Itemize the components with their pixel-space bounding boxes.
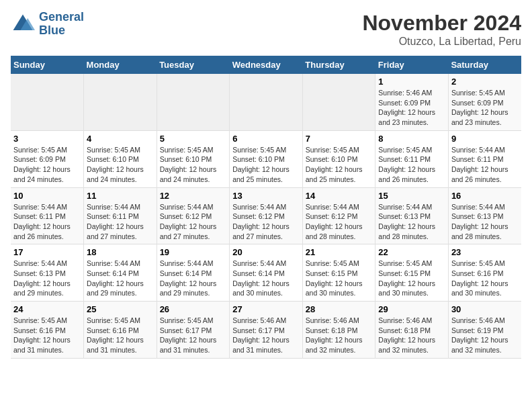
day-number: 13 — [232, 191, 300, 201]
calendar-cell — [302, 74, 375, 130]
day-info: Sunrise: 5:45 AM Sunset: 6:16 PM Dayligh… — [87, 316, 154, 355]
day-number: 7 — [306, 134, 373, 144]
weekday-header-friday: Friday — [375, 56, 449, 74]
weekday-header-monday: Monday — [84, 56, 157, 74]
day-info: Sunrise: 5:45 AM Sunset: 6:16 PM Dayligh… — [451, 259, 519, 298]
calendar-cell: 12Sunrise: 5:44 AM Sunset: 6:12 PM Dayli… — [157, 187, 230, 244]
day-info: Sunrise: 5:45 AM Sunset: 6:10 PM Dayligh… — [232, 145, 300, 185]
logo: General Blue — [11, 11, 84, 38]
day-info: Sunrise: 5:45 AM Sunset: 6:16 PM Dayligh… — [13, 316, 81, 355]
weekday-header-thursday: Thursday — [302, 56, 375, 74]
calendar-cell: 9Sunrise: 5:44 AM Sunset: 6:11 PM Daylig… — [448, 130, 521, 187]
calendar-cell: 14Sunrise: 5:44 AM Sunset: 6:12 PM Dayli… — [302, 187, 375, 244]
day-number: 25 — [87, 304, 154, 314]
calendar-cell: 2Sunrise: 5:45 AM Sunset: 6:09 PM Daylig… — [448, 74, 521, 130]
logo-text: General Blue — [39, 11, 84, 38]
calendar-cell: 23Sunrise: 5:45 AM Sunset: 6:16 PM Dayli… — [448, 244, 521, 302]
day-number: 21 — [306, 247, 373, 257]
calendar-cell: 13Sunrise: 5:44 AM Sunset: 6:12 PM Dayli… — [230, 187, 303, 244]
page-header: General Blue November 2024 Otuzco, La Li… — [11, 11, 521, 48]
calendar-week-row: 1Sunrise: 5:46 AM Sunset: 6:09 PM Daylig… — [11, 74, 521, 130]
day-number: 2 — [451, 77, 519, 87]
calendar-cell: 1Sunrise: 5:46 AM Sunset: 6:09 PM Daylig… — [375, 74, 449, 130]
day-number: 9 — [451, 134, 519, 144]
calendar-cell: 7Sunrise: 5:45 AM Sunset: 6:10 PM Daylig… — [302, 130, 375, 187]
day-info: Sunrise: 5:44 AM Sunset: 6:13 PM Dayligh… — [378, 202, 445, 242]
day-info: Sunrise: 5:46 AM Sunset: 6:09 PM Dayligh… — [378, 88, 445, 128]
day-number: 29 — [378, 304, 445, 314]
day-number: 5 — [160, 134, 227, 144]
day-number: 14 — [306, 191, 373, 201]
calendar-cell: 18Sunrise: 5:44 AM Sunset: 6:14 PM Dayli… — [84, 244, 157, 302]
calendar-subtitle: Otuzco, La Libertad, Peru — [362, 36, 521, 48]
day-info: Sunrise: 5:44 AM Sunset: 6:13 PM Dayligh… — [13, 259, 81, 298]
day-number: 1 — [378, 77, 445, 87]
calendar-cell: 27Sunrise: 5:46 AM Sunset: 6:17 PM Dayli… — [230, 302, 303, 359]
calendar-cell: 19Sunrise: 5:44 AM Sunset: 6:14 PM Dayli… — [157, 244, 230, 302]
day-info: Sunrise: 5:44 AM Sunset: 6:11 PM Dayligh… — [451, 145, 519, 185]
day-info: Sunrise: 5:45 AM Sunset: 6:09 PM Dayligh… — [13, 145, 81, 185]
day-number: 18 — [87, 247, 154, 257]
day-info: Sunrise: 5:46 AM Sunset: 6:18 PM Dayligh… — [306, 316, 373, 355]
day-number: 19 — [160, 247, 227, 257]
day-info: Sunrise: 5:45 AM Sunset: 6:11 PM Dayligh… — [378, 145, 445, 185]
calendar-week-row: 17Sunrise: 5:44 AM Sunset: 6:13 PM Dayli… — [11, 244, 521, 302]
calendar-cell: 8Sunrise: 5:45 AM Sunset: 6:11 PM Daylig… — [375, 130, 449, 187]
calendar-cell: 24Sunrise: 5:45 AM Sunset: 6:16 PM Dayli… — [11, 302, 84, 359]
calendar-cell: 11Sunrise: 5:44 AM Sunset: 6:11 PM Dayli… — [84, 187, 157, 244]
weekday-header-row: SundayMondayTuesdayWednesdayThursdayFrid… — [11, 56, 521, 74]
weekday-header-wednesday: Wednesday — [230, 56, 303, 74]
day-number: 16 — [451, 191, 519, 201]
day-info: Sunrise: 5:44 AM Sunset: 6:11 PM Dayligh… — [87, 202, 154, 242]
calendar-cell: 4Sunrise: 5:45 AM Sunset: 6:10 PM Daylig… — [84, 130, 157, 187]
weekday-header-tuesday: Tuesday — [157, 56, 230, 74]
calendar-title: November 2024 — [362, 11, 521, 36]
calendar-cell: 6Sunrise: 5:45 AM Sunset: 6:10 PM Daylig… — [230, 130, 303, 187]
day-info: Sunrise: 5:44 AM Sunset: 6:12 PM Dayligh… — [306, 202, 373, 242]
logo-icon — [11, 12, 35, 36]
day-info: Sunrise: 5:44 AM Sunset: 6:12 PM Dayligh… — [232, 202, 300, 242]
day-number: 8 — [378, 134, 445, 144]
day-info: Sunrise: 5:46 AM Sunset: 6:17 PM Dayligh… — [232, 316, 300, 355]
day-info: Sunrise: 5:45 AM Sunset: 6:10 PM Dayligh… — [160, 145, 227, 185]
day-info: Sunrise: 5:44 AM Sunset: 6:11 PM Dayligh… — [13, 202, 81, 242]
day-number: 17 — [13, 247, 81, 257]
calendar-cell: 3Sunrise: 5:45 AM Sunset: 6:09 PM Daylig… — [11, 130, 84, 187]
calendar-week-row: 10Sunrise: 5:44 AM Sunset: 6:11 PM Dayli… — [11, 187, 521, 244]
calendar-cell: 21Sunrise: 5:45 AM Sunset: 6:15 PM Dayli… — [302, 244, 375, 302]
calendar-cell: 22Sunrise: 5:45 AM Sunset: 6:15 PM Dayli… — [375, 244, 449, 302]
calendar-cell: 28Sunrise: 5:46 AM Sunset: 6:18 PM Dayli… — [302, 302, 375, 359]
calendar-cell: 17Sunrise: 5:44 AM Sunset: 6:13 PM Dayli… — [11, 244, 84, 302]
day-number: 11 — [87, 191, 154, 201]
day-number: 15 — [378, 191, 445, 201]
calendar-cell: 29Sunrise: 5:46 AM Sunset: 6:18 PM Dayli… — [375, 302, 449, 359]
calendar-cell: 30Sunrise: 5:46 AM Sunset: 6:19 PM Dayli… — [448, 302, 521, 359]
calendar-table: SundayMondayTuesdayWednesdayThursdayFrid… — [11, 56, 521, 359]
calendar-cell: 15Sunrise: 5:44 AM Sunset: 6:13 PM Dayli… — [375, 187, 449, 244]
calendar-cell: 5Sunrise: 5:45 AM Sunset: 6:10 PM Daylig… — [157, 130, 230, 187]
day-info: Sunrise: 5:44 AM Sunset: 6:14 PM Dayligh… — [160, 259, 227, 298]
day-info: Sunrise: 5:44 AM Sunset: 6:13 PM Dayligh… — [451, 202, 519, 242]
day-number: 12 — [160, 191, 227, 201]
day-info: Sunrise: 5:45 AM Sunset: 6:09 PM Dayligh… — [451, 88, 519, 128]
day-number: 6 — [232, 134, 300, 144]
day-info: Sunrise: 5:44 AM Sunset: 6:14 PM Dayligh… — [87, 259, 154, 298]
day-number: 26 — [160, 304, 227, 314]
weekday-header-sunday: Sunday — [11, 56, 84, 74]
day-number: 10 — [13, 191, 81, 201]
day-number: 22 — [378, 247, 445, 257]
calendar-cell — [84, 74, 157, 130]
calendar-week-row: 3Sunrise: 5:45 AM Sunset: 6:09 PM Daylig… — [11, 130, 521, 187]
calendar-cell — [157, 74, 230, 130]
calendar-cell — [11, 74, 84, 130]
day-number: 3 — [13, 134, 81, 144]
calendar-cell: 20Sunrise: 5:44 AM Sunset: 6:14 PM Dayli… — [230, 244, 303, 302]
day-info: Sunrise: 5:45 AM Sunset: 6:17 PM Dayligh… — [160, 316, 227, 355]
calendar-week-row: 24Sunrise: 5:45 AM Sunset: 6:16 PM Dayli… — [11, 302, 521, 359]
day-number: 23 — [451, 247, 519, 257]
day-info: Sunrise: 5:45 AM Sunset: 6:15 PM Dayligh… — [306, 259, 373, 298]
title-block: November 2024 Otuzco, La Libertad, Peru — [362, 11, 521, 48]
day-number: 4 — [87, 134, 154, 144]
day-info: Sunrise: 5:45 AM Sunset: 6:10 PM Dayligh… — [306, 145, 373, 185]
day-number: 24 — [13, 304, 81, 314]
